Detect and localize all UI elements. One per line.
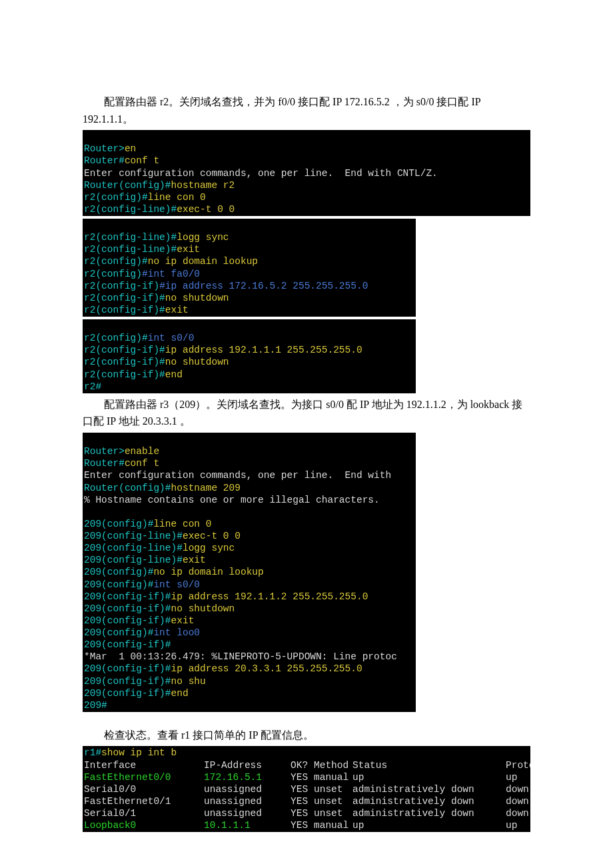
paragraph-3: 检查状态。查看 r1 接口简单的 IP 配置信息。 <box>83 727 530 744</box>
terminal-209: Router>enable Router#conf t Enter config… <box>83 433 416 712</box>
terminal-r2-part2: r2(config-line)#logg sync r2(config-line… <box>83 219 416 317</box>
paragraph-1: 配置路由器 r2。关闭域名查找，并为 f0/0 接口配 IP 172.16.5.… <box>83 93 530 127</box>
terminal-r2-part3: r2(config)#int s0/0 r2(config-if)#ip add… <box>83 319 416 393</box>
terminal-r1-show: r1#show ip int b InterfaceIP-AddressOK?M… <box>83 746 530 832</box>
terminal-r2-part1: Router>en Router#conf t Enter configurat… <box>83 130 530 216</box>
paragraph-2: 配置路由器 r3（209）。关闭域名查找。为接口 s0/0 配 IP 地址为 1… <box>83 396 530 430</box>
